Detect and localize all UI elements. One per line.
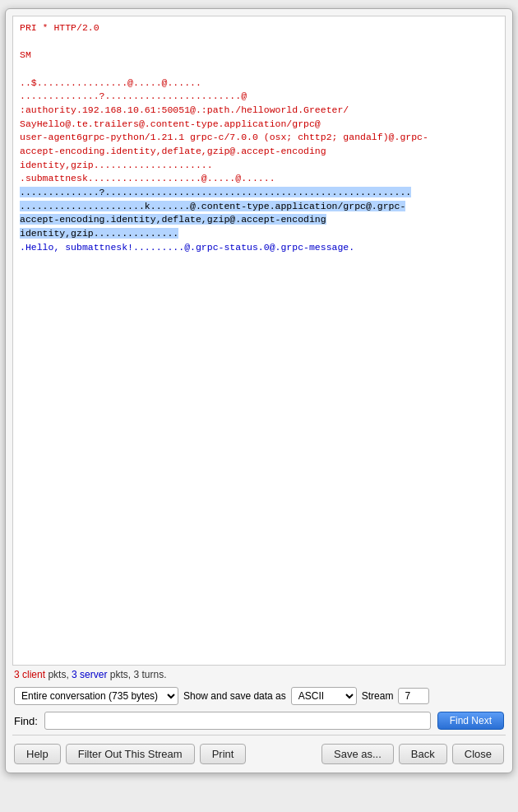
- stream-input[interactable]: [398, 688, 429, 704]
- left-buttons: Help Filter Out This Stream Print: [14, 744, 246, 764]
- stream-spinner: [398, 688, 429, 704]
- show-save-label: Show and save data as: [183, 690, 286, 702]
- client-label: client: [20, 669, 45, 680]
- find-input[interactable]: [44, 712, 431, 730]
- line-1: PRI * HTTP/2.0 SM ..$................@..…: [20, 22, 428, 183]
- print-button[interactable]: Print: [200, 744, 247, 764]
- back-button[interactable]: Back: [399, 744, 447, 764]
- server-label: server: [77, 669, 108, 680]
- close-button[interactable]: Close: [452, 744, 504, 764]
- divider: [12, 735, 506, 735]
- stream-label: Stream: [362, 690, 394, 702]
- status-bar: 3 client pkts, 3 server pkts, 3 turns.: [6, 666, 512, 684]
- turns: 3: [133, 669, 139, 680]
- find-row: Find: Find Next: [6, 708, 512, 733]
- highlighted-block: ..............?.........................…: [20, 187, 411, 239]
- conversation-select[interactable]: Entire conversation (735 bytes)Client pa…: [14, 687, 178, 705]
- encoding-select[interactable]: ASCIIHEX DumpEBCDICHexC ArraysRaw: [291, 687, 357, 705]
- client-count: 3: [14, 669, 20, 680]
- stream-content: PRI * HTTP/2.0 SM ..$................@..…: [12, 16, 506, 666]
- controls-row: Entire conversation (735 bytes)Client pa…: [6, 684, 512, 708]
- right-buttons: Save as... Back Close: [321, 744, 504, 764]
- help-button[interactable]: Help: [14, 744, 61, 764]
- button-row: Help Filter Out This Stream Print Save a…: [6, 737, 512, 773]
- server-count: 3: [72, 669, 77, 680]
- last-line: .Hello, submattnesk!.........@.grpc-stat…: [20, 242, 354, 253]
- main-window: PRI * HTTP/2.0 SM ..$................@..…: [5, 8, 513, 773]
- save-as-button[interactable]: Save as...: [321, 744, 394, 764]
- filter-out-button[interactable]: Filter Out This Stream: [66, 744, 195, 764]
- find-next-button[interactable]: Find Next: [437, 712, 504, 730]
- stream-text: PRI * HTTP/2.0 SM ..$................@..…: [20, 21, 498, 254]
- find-label: Find:: [14, 715, 38, 727]
